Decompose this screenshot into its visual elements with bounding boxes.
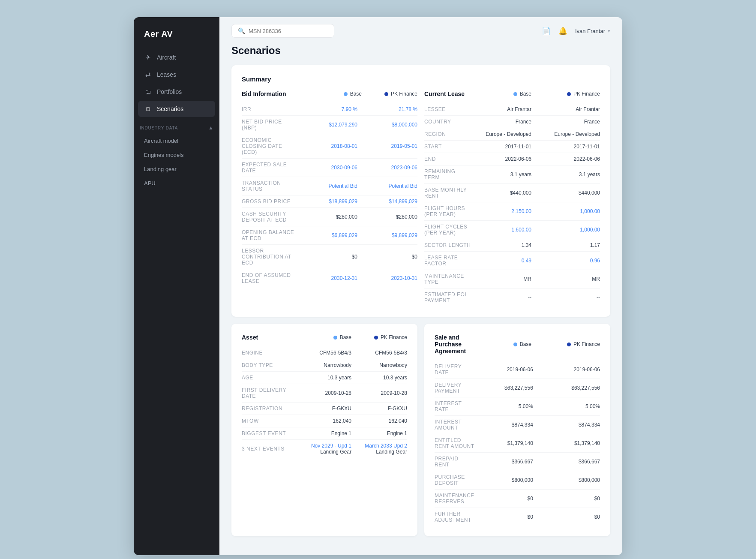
table-row: BIGGEST EVENTEngine 1Engine 1 — [242, 427, 407, 440]
table-row: ENTITLED RENT AMOUNT$1,379,140$1,379,140 — [435, 434, 600, 453]
table-row: COUNTRYFranceFrance — [424, 116, 600, 128]
sidebar-item-aircraft[interactable]: ✈ Aircraft — [138, 49, 215, 66]
sidebar-nav: ✈ Aircraft ⇄ Leases 🗂 Portfolios ⊙ Scena… — [134, 49, 219, 117]
table-row: INTEREST AMOUNT$874,334$874,334 — [435, 416, 600, 434]
chevron-down-icon: ▾ — [608, 28, 610, 34]
base-dot2 — [513, 92, 517, 96]
asset-col-pk: PK Finance — [351, 334, 407, 340]
table-row: ENGINECFM56-5B4/3CFM56-5B4/3 — [242, 347, 407, 359]
sidebar-label-portfolios: Portfolios — [157, 88, 182, 95]
table-row: END OF ASSUMED LEASE2030-12-312023-10-31 — [242, 269, 417, 288]
scenarios-icon: ⊙ — [144, 105, 152, 113]
table-row: FURTHER ADJUSTMENT$0$0 — [435, 508, 600, 526]
industry-nav: Aircraft model Engines models Landing ge… — [134, 134, 219, 190]
document-icon[interactable]: 📄 — [542, 27, 551, 36]
spa-base-dot — [513, 343, 517, 346]
asset-card: Asset Base PK Finance ENGINECFM56-5B4/3C… — [231, 324, 417, 536]
sidebar-item-scenarios[interactable]: ⊙ Scenarios — [138, 101, 215, 117]
table-row: END2022-06-062022-06-06 — [424, 153, 600, 165]
table-row: NET BID PRICE (NBP)$12,079,290$8,000,000 — [242, 116, 417, 134]
sidebar-label-leases: Leases — [157, 71, 176, 78]
sidebar-item-engines-models[interactable]: Engines models — [138, 148, 215, 162]
bid-info-col-pk: PK Finance — [362, 91, 417, 97]
table-row: REMAINING TERM3.1 years3.1 years — [424, 165, 600, 184]
sidebar-item-leases[interactable]: ⇄ Leases — [138, 66, 215, 83]
search-box[interactable]: 🔍 — [231, 24, 334, 38]
table-row: MTOW162,040162,040 — [242, 415, 407, 427]
table-row: SECTOR LENGTH1.341.17 — [424, 239, 600, 252]
table-row: MAINTENANCE RESERVES$0$0 — [435, 490, 600, 508]
current-lease-col-base: Base — [471, 91, 531, 97]
table-row: BASE MONTHLY RENT$440,000$440,000 — [424, 184, 600, 202]
table-row: REGISTRATIONF-GKXUF-GKXU — [242, 403, 407, 415]
table-row: DELIVERY PAYMENT$63,227,556$63,227,556 — [435, 379, 600, 397]
chevron-up-icon: ▲ — [208, 125, 213, 131]
table-row: BODY TYPENarrowbodyNarrowbody — [242, 359, 407, 372]
next-events-pk-1: March 2033 Upd 2 — [351, 443, 407, 449]
table-row: LESSOR CONTRIBUTION AT ECD$0$0 — [242, 245, 417, 269]
table-row: MAINTENANCE TYPEMRMR — [424, 270, 600, 289]
table-row: LEASE RATE FACTOR0.490.96 — [424, 252, 600, 270]
table-row: ECONOMIC CLOSING DATE (ECD)2018-08-01201… — [242, 134, 417, 159]
topbar: 🔍 📄 🔔 Ivan Frantar ▾ — [219, 17, 622, 45]
table-row: INTEREST RATE5.00%5.00% — [435, 397, 600, 416]
spa-header: Sale and Purchase Agreement Base PK Fina… — [435, 334, 600, 355]
engines-models-label: Engines models — [144, 152, 184, 158]
current-lease-table: LESSEEAir FrantarAir Frantar COUNTRYFran… — [424, 103, 600, 307]
spa-pk-dot — [567, 343, 571, 346]
next-events-pk-2: Landing Gear — [351, 449, 407, 455]
sidebar-item-portfolios[interactable]: 🗂 Portfolios — [138, 84, 215, 100]
table-row: START2017-11-012017-11-01 — [424, 141, 600, 153]
sidebar-label-scenarios: Scenarios — [157, 105, 183, 112]
aircraft-icon: ✈ — [144, 54, 152, 61]
main-content: 🔍 📄 🔔 Ivan Frantar ▾ Scenarios Summary — [219, 17, 622, 555]
industry-divider: Industry Data ▲ — [140, 125, 213, 131]
asset-base-dot — [333, 336, 337, 340]
leases-icon: ⇄ — [144, 71, 152, 78]
table-row: ESTIMATED EOL PAYMENT---- — [424, 289, 600, 307]
sidebar-item-apu[interactable]: APU — [138, 177, 215, 190]
bid-info-section: Bid Information Base PK Finance IR — [242, 90, 417, 307]
bid-info-header: Bid Information Base PK Finance — [242, 90, 417, 97]
pk-dot2 — [567, 92, 571, 96]
asset-table: ENGINECFM56-5B4/3CFM56-5B4/3 BODY TYPENa… — [242, 347, 407, 458]
table-row: DELIVERY DATE2019-06-062019-06-06 — [435, 361, 600, 379]
aircraft-model-label: Aircraft model — [144, 138, 178, 144]
asset-title: Asset — [242, 334, 291, 341]
table-row: GROSS BID PRICE$18,899,029$14,899,029 — [242, 195, 417, 208]
bid-info-title: Bid Information — [242, 90, 302, 97]
table-row: IRR7.90 %21.78 % — [242, 103, 417, 116]
table-row: REGIONEurope - DevelopedEurope - Develop… — [424, 128, 600, 141]
sidebar-item-landing-gear[interactable]: Landing gear — [138, 162, 215, 176]
user-name: Ivan Frantar — [575, 28, 605, 34]
current-lease-section: Current Lease Base PK Finance LESS — [424, 90, 600, 307]
portfolios-icon: 🗂 — [144, 88, 152, 96]
search-icon: 🔍 — [238, 27, 245, 34]
sidebar: Aer AV ✈ Aircraft ⇄ Leases 🗂 Portfolios … — [134, 17, 219, 555]
topbar-right: 📄 🔔 Ivan Frantar ▾ — [542, 27, 610, 36]
spa-col-pk: PK Finance — [531, 341, 600, 347]
next-events-base-1: Nov 2029 - Upd 1 — [291, 443, 351, 449]
current-lease-header: Current Lease Base PK Finance — [424, 90, 600, 97]
summary-grid: Bid Information Base PK Finance IR — [242, 90, 600, 307]
landing-gear-label: Landing gear — [144, 166, 177, 172]
table-row: CASH SECURITY DEPOSIT AT ECD$280,000$280… — [242, 208, 417, 226]
bell-icon[interactable]: 🔔 — [558, 27, 567, 36]
search-input[interactable] — [249, 28, 328, 34]
asset-pk-dot — [374, 336, 378, 340]
sidebar-item-aircraft-model[interactable]: Aircraft model — [138, 134, 215, 147]
spa-col-base: Base — [471, 341, 531, 347]
pk-dot — [384, 92, 388, 96]
spa-title: Sale and Purchase Agreement — [435, 334, 471, 355]
table-row: OPENING BALANCE AT ECD$6,899,029$9,899,0… — [242, 226, 417, 245]
user-menu[interactable]: Ivan Frantar ▾ — [575, 28, 610, 34]
asset-header: Asset Base PK Finance — [242, 334, 407, 341]
table-row: 3 NEXT EVENTS Nov 2029 - Upd 1 Landing G… — [242, 440, 407, 458]
asset-col-base: Base — [291, 334, 351, 340]
apu-label: APU — [144, 180, 156, 186]
next-events-base-2: Landing Gear — [291, 449, 351, 455]
table-row: FLIGHT CYCLES (PER YEAR)1,600.001,000.00 — [424, 221, 600, 239]
spa-table: DELIVERY DATE2019-06-062019-06-06 DELIVE… — [435, 361, 600, 526]
summary-card-title: Summary — [242, 75, 600, 83]
app-logo: Aer AV — [134, 17, 219, 49]
